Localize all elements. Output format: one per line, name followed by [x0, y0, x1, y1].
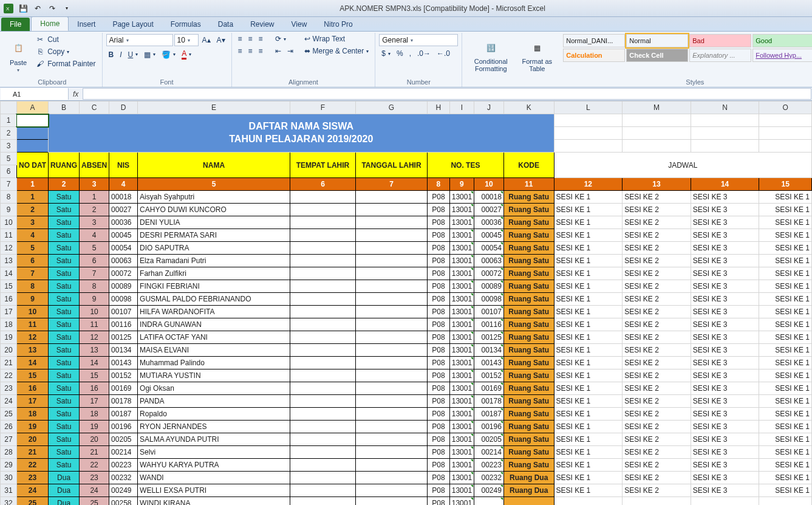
- row-header-16[interactable]: 16: [1, 293, 17, 306]
- cell-nama[interactable]: Ogi Oksan: [138, 382, 290, 395]
- cell-absen[interactable]: 10: [80, 306, 109, 318]
- cell-tempat[interactable]: [290, 306, 355, 318]
- cell-nama[interactable]: Farhan Zulfikri: [138, 267, 290, 280]
- cell-kode[interactable]: Ruang Satu: [503, 459, 554, 472]
- cell-kode[interactable]: Ruang Satu: [503, 421, 554, 433]
- cell-t2[interactable]: [474, 497, 504, 506]
- cell-s1[interactable]: SESI KE 1: [554, 204, 623, 216]
- cell-no[interactable]: 14: [16, 357, 48, 369]
- cell-nama[interactable]: HILFA WARDANOFITA: [138, 306, 290, 318]
- format-as-table-button[interactable]: ▦Format as Table: [518, 34, 556, 77]
- cell-ruang[interactable]: Satu: [49, 331, 80, 344]
- cell-nis[interactable]: 00187: [109, 408, 138, 421]
- cell-s4[interactable]: SESI KE 1: [759, 433, 812, 446]
- cell-t2[interactable]: 00152: [474, 369, 504, 382]
- cell-nama[interactable]: DESRI PERMATA SARI: [138, 229, 290, 242]
- cell[interactable]: [691, 140, 759, 153]
- cell-ruang[interactable]: Satu: [49, 229, 80, 242]
- cell-t1[interactable]: 13001: [449, 497, 474, 506]
- conditional-formatting-button[interactable]: 🔢Conditional Formatting: [466, 34, 516, 77]
- cell-s2[interactable]: [623, 497, 691, 506]
- col-header-D[interactable]: D: [109, 101, 138, 114]
- cell-t1[interactable]: 13001: [449, 242, 474, 255]
- cell-no[interactable]: 19: [16, 421, 48, 433]
- row-header-27[interactable]: 27: [1, 433, 17, 446]
- row-header-20[interactable]: 20: [1, 344, 17, 357]
- cell-no[interactable]: 5: [16, 242, 48, 255]
- cell-s3[interactable]: SESI KE 3: [691, 204, 759, 216]
- row-header-14[interactable]: 14: [1, 267, 17, 280]
- cell-tanggal[interactable]: [355, 497, 427, 506]
- cell-s1[interactable]: SESI KE 1: [554, 306, 623, 318]
- cell-t1[interactable]: 13001: [449, 255, 474, 267]
- cell-s3[interactable]: SESI KE 3: [691, 459, 759, 472]
- cell-s3[interactable]: SESI KE 3: [691, 472, 759, 484]
- cell-no[interactable]: 23: [16, 472, 48, 484]
- cell-s3[interactable]: SESI KE 3: [691, 267, 759, 280]
- cell-nis[interactable]: 00098: [109, 293, 138, 306]
- cell-nama[interactable]: Ropaldo: [138, 408, 290, 421]
- cell-kode[interactable]: Ruang Satu: [503, 331, 554, 344]
- cell-p[interactable]: P08: [428, 267, 450, 280]
- col-header-N[interactable]: N: [691, 101, 759, 114]
- cell-kode[interactable]: Ruang Satu: [503, 242, 554, 255]
- cell-nama[interactable]: WAHYU KARYA PUTRA: [138, 459, 290, 472]
- cell-absen[interactable]: 11: [80, 318, 109, 331]
- col-header-J[interactable]: J: [474, 101, 504, 114]
- cell-s3[interactable]: SESI KE 3: [691, 191, 759, 204]
- cell-nama[interactable]: RYON JERNANDES: [138, 421, 290, 433]
- cell-s4[interactable]: SESI KE 1: [759, 446, 812, 459]
- cell-p[interactable]: P08: [428, 229, 450, 242]
- cell-t1[interactable]: 13001: [449, 408, 474, 421]
- cell-s1[interactable]: SESI KE 1: [554, 280, 623, 293]
- cell-nis[interactable]: 00152: [109, 369, 138, 382]
- cell-tanggal[interactable]: [355, 204, 427, 216]
- cell-tempat[interactable]: [290, 484, 355, 497]
- cell-s1[interactable]: SESI KE 1: [554, 191, 623, 204]
- cell-s3[interactable]: SESI KE 3: [691, 421, 759, 433]
- cell-s3[interactable]: SESI KE 3: [691, 331, 759, 344]
- row-header-29[interactable]: 29: [1, 459, 17, 472]
- cell-kode[interactable]: Ruang Satu: [503, 433, 554, 446]
- row-header-30[interactable]: 30: [1, 472, 17, 484]
- row-header-23[interactable]: 23: [1, 382, 17, 395]
- cell-p[interactable]: P08: [428, 421, 450, 433]
- format-painter-button[interactable]: 🖌Format Painter: [33, 58, 98, 69]
- cell-s4[interactable]: SESI KE 1: [759, 229, 812, 242]
- cell-t1[interactable]: 13001: [449, 216, 474, 229]
- cell-t1[interactable]: 13001: [449, 433, 474, 446]
- cell-kode[interactable]: Ruang Dua: [503, 472, 554, 484]
- cell-absen[interactable]: 19: [80, 421, 109, 433]
- cell-s3[interactable]: SESI KE 3: [691, 484, 759, 497]
- cell-s1[interactable]: SESI KE 1: [554, 382, 623, 395]
- cell-no[interactable]: 21: [16, 446, 48, 459]
- cell-tanggal[interactable]: [355, 472, 427, 484]
- paste-button[interactable]: 📋 Paste ▾: [6, 34, 30, 77]
- cell-s2[interactable]: SESI KE 2: [623, 433, 691, 446]
- cell-tanggal[interactable]: [355, 433, 427, 446]
- cell-tanggal[interactable]: [355, 229, 427, 242]
- cell[interactable]: [623, 140, 691, 153]
- cell-p[interactable]: P08: [428, 344, 450, 357]
- tab-insert[interactable]: Insert: [69, 18, 104, 31]
- grow-font-button[interactable]: A▴: [200, 35, 213, 45]
- shrink-font-button[interactable]: A▾: [214, 35, 228, 45]
- cell-s2[interactable]: SESI KE 2: [623, 204, 691, 216]
- cell-kode[interactable]: Ruang Satu: [503, 446, 554, 459]
- cell-s2[interactable]: SESI KE 2: [623, 446, 691, 459]
- cell-absen[interactable]: 18: [80, 408, 109, 421]
- cell-no[interactable]: 24: [16, 484, 48, 497]
- cell-kode[interactable]: [503, 497, 554, 506]
- cell-tanggal[interactable]: [355, 446, 427, 459]
- align-top-button[interactable]: ≡: [236, 34, 245, 44]
- cell-kode[interactable]: Ruang Satu: [503, 229, 554, 242]
- cell-p[interactable]: P08: [428, 318, 450, 331]
- cell-s4[interactable]: SESI KE 1: [759, 344, 812, 357]
- cell-nama[interactable]: WINDI KIRANA: [138, 497, 290, 506]
- cell-s1[interactable]: SESI KE 1: [554, 344, 623, 357]
- cell-p[interactable]: P08: [428, 357, 450, 369]
- cell-s1[interactable]: SESI KE 1: [554, 242, 623, 255]
- cell-ruang[interactable]: Satu: [49, 344, 80, 357]
- cell-p[interactable]: P08: [428, 216, 450, 229]
- cell-t1[interactable]: 13001: [449, 318, 474, 331]
